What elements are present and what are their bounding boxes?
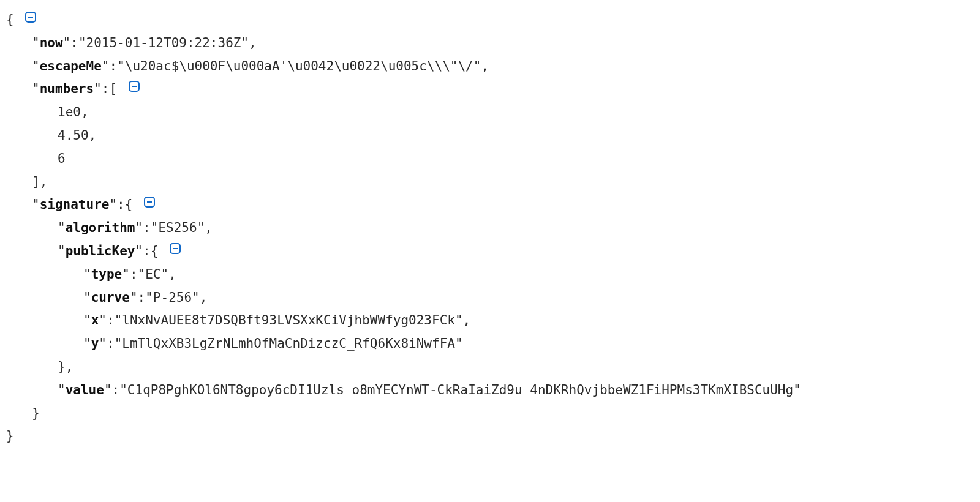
- json-value-now: 2015-01-12T09:22:36Z: [86, 36, 241, 50]
- json-value-type: EC: [145, 267, 160, 282]
- code-line: }: [6, 402, 974, 425]
- brace-open: {: [6, 12, 14, 27]
- code-line: "escapeMe":"\u20ac$\u000F\u000aA'\u0042\…: [6, 55, 974, 78]
- code-line: 1e0,: [6, 101, 974, 124]
- code-line: "publicKey":{: [6, 240, 974, 263]
- json-number: 1e0: [58, 105, 81, 119]
- brace-close: },: [58, 359, 73, 374]
- json-value-curve: P-256: [153, 290, 192, 305]
- code-line: "now":"2015-01-12T09:22:36Z",: [6, 32, 974, 55]
- json-key-curve: curve: [91, 290, 130, 305]
- code-line: "value":"C1qP8PghKOl6NT8gpoy6cDI1Uzls_o8…: [6, 379, 974, 402]
- json-value-x: lNxNvAUEE8t7DSQBft93LVSXxKCiVjhbWWfyg023…: [122, 313, 455, 328]
- json-key-publicKey: publicKey: [66, 244, 135, 258]
- code-line: "algorithm":"ES256",: [6, 217, 974, 240]
- json-key-numbers: numbers: [40, 81, 94, 96]
- collapse-icon[interactable]: [25, 12, 36, 23]
- bracket-close: ],: [32, 174, 47, 189]
- code-line: 6: [6, 148, 974, 171]
- json-number: 4.50: [58, 128, 89, 143]
- json-key-x: x: [91, 313, 99, 328]
- json-code-block: { "now":"2015-01-12T09:22:36Z", "escapeM…: [0, 0, 980, 457]
- brace-close: }: [32, 406, 40, 421]
- collapse-icon[interactable]: [170, 243, 181, 254]
- code-line: 4.50,: [6, 124, 974, 148]
- json-key-signature: signature: [40, 197, 110, 212]
- code-line: "type":"EC",: [6, 263, 974, 287]
- json-key-y: y: [91, 336, 99, 351]
- code-line: ],: [6, 171, 974, 194]
- json-key-value: value: [66, 383, 104, 397]
- json-value-value: C1qP8PghKOl6NT8gpoy6cDI1Uzls_o8mYECYnWT-…: [127, 383, 793, 397]
- json-value-algorithm: ES256: [158, 220, 197, 235]
- code-line: {: [6, 9, 974, 32]
- code-line: "numbers":[: [6, 78, 974, 101]
- code-line: "curve":"P-256",: [6, 287, 974, 310]
- collapse-icon[interactable]: [144, 197, 155, 208]
- code-line: },: [6, 356, 974, 379]
- code-line: "signature":{: [6, 193, 974, 217]
- code-line: }: [6, 425, 974, 448]
- json-key-now: now: [40, 36, 63, 50]
- collapse-icon[interactable]: [129, 81, 140, 92]
- json-number: 6: [58, 151, 66, 166]
- json-key-type: type: [91, 267, 123, 282]
- code-line: "x":"lNxNvAUEE8t7DSQBft93LVSXxKCiVjhbWWf…: [6, 309, 974, 332]
- brace-close: }: [6, 429, 14, 443]
- code-line: "y":"LmTlQxXB3LgZrNLmhOfMaCnDizczC_RfQ6K…: [6, 332, 974, 356]
- json-key-escapeMe: escapeMe: [40, 59, 102, 73]
- json-key-algorithm: algorithm: [66, 220, 135, 235]
- json-value-y: LmTlQxXB3LgZrNLmhOfMaCnDizczC_RfQ6Kx8iNw…: [122, 336, 455, 351]
- json-value-escapeMe: \u20ac$\u000F\u000aA'\u0042\u0022\u005c\…: [125, 59, 473, 73]
